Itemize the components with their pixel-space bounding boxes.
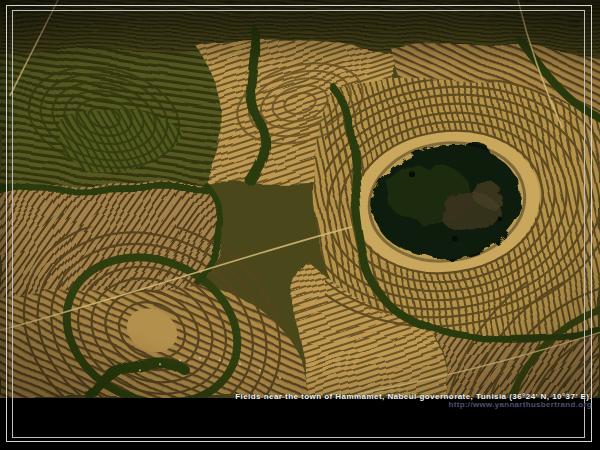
left-edge-shadow bbox=[0, 0, 9, 398]
wallpaper-canvas: { "photo": { "description": "Aerial phot… bbox=[0, 0, 600, 450]
vignette bbox=[0, 0, 600, 398]
photo-caption: Fields near the town of Hammamet, Nabeul… bbox=[32, 393, 592, 409]
aerial-photo bbox=[0, 0, 600, 398]
photo-credit-url: http://www.yannarthusbertrand.org bbox=[32, 401, 592, 409]
